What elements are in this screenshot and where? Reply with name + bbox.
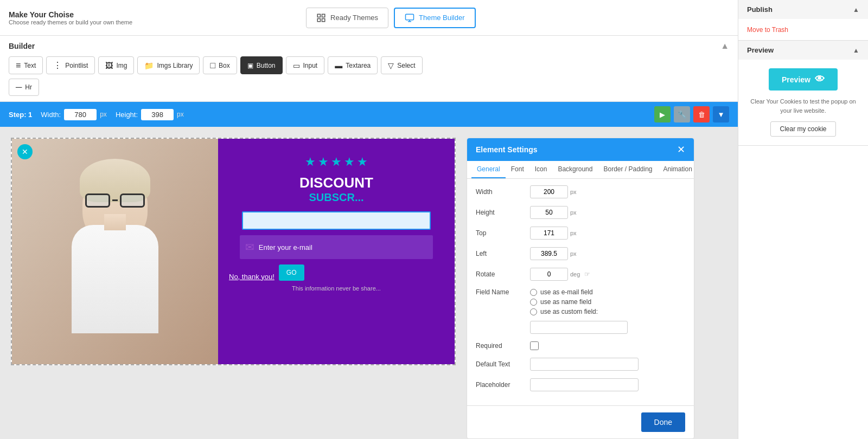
tool-hr[interactable]: Hr bbox=[9, 79, 39, 96]
settings-tabs: General Font Icon Background Border / Pa… bbox=[467, 161, 694, 179]
custom-field-name-input[interactable] bbox=[530, 321, 628, 334]
play-button[interactable]: ▶ bbox=[654, 106, 671, 122]
tool-text[interactable]: Text bbox=[9, 56, 43, 74]
radio-email[interactable] bbox=[530, 289, 537, 296]
ready-themes-label: Ready Themes bbox=[330, 14, 378, 22]
tool-box[interactable]: Box bbox=[203, 56, 237, 74]
step-bar: Step: 1 Width: px Height: px ▶ 🔧 🗑 ▼ bbox=[0, 102, 738, 127]
tool-textarea[interactable]: Textarea bbox=[328, 56, 378, 74]
pointlist-icon bbox=[53, 60, 62, 70]
popup-subscribe-button[interactable]: GO bbox=[279, 264, 304, 281]
text-icon bbox=[16, 61, 21, 70]
tab-icon[interactable]: Icon bbox=[529, 161, 553, 178]
popup-subscr-text: SUBSCR... bbox=[309, 191, 363, 204]
height-input[interactable] bbox=[141, 109, 174, 120]
tool-imgs-library[interactable]: Imgs Library bbox=[137, 56, 200, 74]
width-field-label: Width bbox=[476, 188, 530, 196]
radio-custom-label: use as custom field: bbox=[540, 308, 598, 315]
imgs-library-icon bbox=[144, 61, 154, 70]
height-unit: px bbox=[177, 111, 184, 118]
required-checkbox[interactable] bbox=[530, 341, 539, 350]
popup-preview: ✕ bbox=[11, 138, 456, 365]
preview-button[interactable]: Preview 👁 bbox=[769, 68, 838, 91]
default-text-label: Default Text bbox=[476, 360, 530, 368]
publish-section-header[interactable]: Publish ▲ bbox=[738, 0, 868, 19]
width-field-input[interactable] bbox=[530, 185, 568, 198]
ready-themes-icon bbox=[316, 13, 326, 23]
move-to-trash-link[interactable]: Move to Trash bbox=[747, 26, 788, 34]
popup-inner: ★ ★ ★ ★ ★ DISCOUNT SUBSCR... ✉ Enter you… bbox=[12, 139, 455, 364]
top-field-label: Top bbox=[476, 229, 530, 237]
builder-panel: Builder ▲ Text Pointlist Img Imgs Librar… bbox=[0, 36, 738, 102]
builder-tools: Text Pointlist Img Imgs Library Box ▣ Bu… bbox=[9, 56, 729, 74]
brand-subtitle: Choose ready themes or build your own th… bbox=[9, 19, 132, 25]
popup-stars: ★ ★ ★ ★ ★ bbox=[305, 155, 368, 169]
builder-tools-row2: Hr bbox=[9, 79, 729, 96]
settings-left-row: Left px bbox=[476, 247, 685, 260]
placeholder-label: Placeholder bbox=[476, 381, 530, 389]
height-field-input[interactable] bbox=[530, 206, 568, 219]
publish-section: Publish ▲ Move to Trash bbox=[738, 0, 868, 41]
field-name-radio-group: use as e-mail field use as name field us… bbox=[530, 288, 628, 334]
canvas-wrapper: ✕ bbox=[0, 127, 738, 439]
expand-button[interactable]: ▼ bbox=[713, 106, 729, 122]
tool-pointlist[interactable]: Pointlist bbox=[46, 56, 95, 74]
settings-close-button[interactable]: ✕ bbox=[677, 144, 685, 156]
width-input[interactable] bbox=[64, 109, 97, 120]
clear-cookie-button[interactable]: Clear my cookie bbox=[770, 121, 835, 137]
tab-font[interactable]: Font bbox=[506, 161, 529, 178]
popup-email-row: ✉ Enter your e-mail bbox=[240, 235, 433, 259]
star-4: ★ bbox=[344, 155, 355, 169]
builder-collapse-icon[interactable]: ▲ bbox=[720, 41, 729, 51]
theme-builder-button[interactable]: Theme Builder bbox=[394, 8, 476, 28]
tool-img-label: Img bbox=[116, 62, 127, 69]
left-field-label: Left bbox=[476, 250, 530, 257]
box-icon bbox=[210, 61, 215, 70]
svg-rect-4 bbox=[406, 14, 414, 20]
hr-icon bbox=[16, 82, 22, 92]
tool-img[interactable]: Img bbox=[98, 56, 134, 74]
popup-selected-input[interactable] bbox=[242, 211, 431, 230]
radio-custom-row: use as custom field: bbox=[530, 308, 628, 315]
tab-border-padding[interactable]: Border / Padding bbox=[598, 161, 658, 178]
placeholder-input[interactable] bbox=[530, 378, 639, 391]
tool-textarea-label: Textarea bbox=[346, 62, 371, 69]
tab-animation[interactable]: Animation bbox=[658, 161, 694, 178]
svg-rect-1 bbox=[322, 14, 325, 17]
radio-email-row: use as e-mail field bbox=[530, 288, 628, 296]
settings-footer: Done bbox=[467, 405, 694, 438]
settings-field-name-row: Field Name use as e-mail field use as na… bbox=[476, 288, 685, 334]
tab-background[interactable]: Background bbox=[552, 161, 598, 178]
popup-discount-text: DISCOUNT bbox=[299, 175, 373, 191]
default-text-input[interactable] bbox=[530, 358, 639, 371]
popup-close-button[interactable]: ✕ bbox=[17, 144, 33, 159]
preview-section-header[interactable]: Preview ▲ bbox=[738, 41, 868, 60]
email-icon: ✉ bbox=[245, 241, 254, 254]
tool-select[interactable]: Select bbox=[381, 56, 422, 74]
popup-no-thank[interactable]: No, thank you! bbox=[229, 273, 275, 281]
svg-rect-3 bbox=[317, 18, 320, 21]
preview-section-body: Preview 👁 Clear Your Cookies to test the… bbox=[738, 60, 868, 145]
settings-title: Element Settings bbox=[476, 145, 538, 154]
star-2: ★ bbox=[318, 155, 329, 169]
radio-name-label: use as name field bbox=[540, 298, 591, 306]
rotate-field-label: Rotate bbox=[476, 270, 530, 278]
width-value-group: px bbox=[530, 185, 577, 198]
tool-button[interactable]: ▣ Button bbox=[240, 56, 283, 74]
left-field-input[interactable] bbox=[530, 247, 568, 260]
done-button[interactable]: Done bbox=[641, 412, 685, 432]
tool-pointlist-label: Pointlist bbox=[65, 62, 88, 69]
radio-name[interactable] bbox=[530, 299, 537, 306]
radio-custom[interactable] bbox=[530, 308, 537, 315]
ready-themes-button[interactable]: Ready Themes bbox=[306, 8, 388, 28]
width-field-unit: px bbox=[570, 189, 577, 195]
delete-button[interactable]: 🗑 bbox=[693, 106, 710, 122]
settings-default-text-row: Default Text bbox=[476, 358, 685, 371]
settings-button[interactable]: 🔧 bbox=[674, 106, 690, 122]
top-field-input[interactable] bbox=[530, 227, 568, 240]
rotate-field-input[interactable] bbox=[530, 268, 568, 281]
tab-general[interactable]: General bbox=[471, 161, 506, 178]
select-icon bbox=[388, 61, 394, 70]
top-value-group: px bbox=[530, 227, 577, 240]
tool-input[interactable]: Input bbox=[286, 56, 325, 74]
